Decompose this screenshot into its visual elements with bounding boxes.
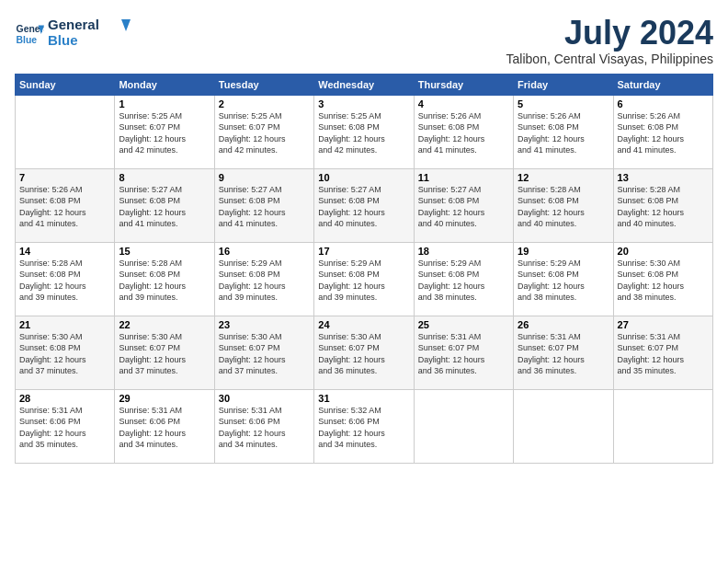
page: General Blue General Blue July 2024 Tali…	[0, 0, 728, 563]
day-number: 9	[219, 172, 310, 183]
calendar-cell: 25Sunrise: 5:31 AM Sunset: 6:07 PM Dayli…	[414, 316, 513, 389]
day-info: Sunrise: 5:31 AM Sunset: 6:06 PM Dayligh…	[119, 405, 210, 451]
day-info: Sunrise: 5:29 AM Sunset: 6:08 PM Dayligh…	[418, 258, 509, 304]
day-number: 11	[418, 172, 509, 183]
day-number: 3	[318, 98, 409, 109]
col-sunday: Sunday	[16, 74, 115, 95]
calendar-cell: 14Sunrise: 5:28 AM Sunset: 6:08 PM Dayli…	[16, 242, 115, 316]
day-number: 26	[518, 319, 609, 330]
calendar-cell	[613, 389, 712, 463]
calendar-cell: 29Sunrise: 5:31 AM Sunset: 6:06 PM Dayli…	[115, 389, 214, 463]
col-wednesday: Wednesday	[314, 74, 414, 95]
calendar-cell: 28Sunrise: 5:31 AM Sunset: 6:06 PM Dayli…	[16, 389, 115, 463]
calendar-cell: 15Sunrise: 5:28 AM Sunset: 6:08 PM Dayli…	[115, 242, 214, 316]
day-number: 31	[318, 393, 409, 404]
calendar-cell: 26Sunrise: 5:31 AM Sunset: 6:07 PM Dayli…	[514, 316, 613, 389]
logo-text: General Blue	[48, 15, 131, 53]
day-info: Sunrise: 5:30 AM Sunset: 6:07 PM Dayligh…	[119, 331, 210, 377]
calendar-row-2: 14Sunrise: 5:28 AM Sunset: 6:08 PM Dayli…	[16, 242, 713, 316]
calendar-cell: 20Sunrise: 5:30 AM Sunset: 6:08 PM Dayli…	[613, 242, 712, 316]
title-area: July 2024 Talibon, Central Visayas, Phil…	[506, 15, 713, 66]
day-info: Sunrise: 5:26 AM Sunset: 6:08 PM Dayligh…	[518, 110, 609, 156]
day-number: 1	[119, 98, 210, 109]
day-info: Sunrise: 5:25 AM Sunset: 6:07 PM Dayligh…	[219, 110, 310, 156]
day-info: Sunrise: 5:31 AM Sunset: 6:07 PM Dayligh…	[618, 331, 709, 377]
day-number: 22	[119, 319, 210, 330]
calendar-row-3: 21Sunrise: 5:30 AM Sunset: 6:08 PM Dayli…	[16, 316, 713, 389]
day-info: Sunrise: 5:32 AM Sunset: 6:06 PM Dayligh…	[318, 405, 409, 451]
day-number: 8	[119, 172, 210, 183]
day-info: Sunrise: 5:27 AM Sunset: 6:08 PM Dayligh…	[119, 184, 210, 230]
day-info: Sunrise: 5:28 AM Sunset: 6:08 PM Dayligh…	[618, 184, 709, 230]
day-info: Sunrise: 5:27 AM Sunset: 6:08 PM Dayligh…	[219, 184, 310, 230]
calendar-cell: 22Sunrise: 5:30 AM Sunset: 6:07 PM Dayli…	[115, 316, 214, 389]
day-number: 15	[119, 246, 210, 257]
calendar-cell: 30Sunrise: 5:31 AM Sunset: 6:06 PM Dayli…	[214, 389, 313, 463]
calendar-cell: 2Sunrise: 5:25 AM Sunset: 6:07 PM Daylig…	[214, 95, 313, 168]
calendar-row-1: 7Sunrise: 5:26 AM Sunset: 6:08 PM Daylig…	[16, 168, 713, 242]
location: Talibon, Central Visayas, Philippines	[506, 52, 713, 66]
calendar-cell: 24Sunrise: 5:30 AM Sunset: 6:07 PM Dayli…	[314, 316, 414, 389]
calendar-cell: 21Sunrise: 5:30 AM Sunset: 6:08 PM Dayli…	[16, 316, 115, 389]
svg-text:Blue: Blue	[48, 32, 78, 48]
calendar-cell: 18Sunrise: 5:29 AM Sunset: 6:08 PM Dayli…	[414, 242, 513, 316]
day-number: 10	[318, 172, 409, 183]
day-info: Sunrise: 5:27 AM Sunset: 6:08 PM Dayligh…	[318, 184, 409, 230]
day-info: Sunrise: 5:30 AM Sunset: 6:08 PM Dayligh…	[19, 331, 110, 377]
day-number: 17	[318, 246, 409, 257]
col-thursday: Thursday	[414, 74, 513, 95]
day-number: 21	[19, 319, 110, 330]
col-friday: Friday	[514, 74, 613, 95]
calendar-table: Sunday Monday Tuesday Wednesday Thursday…	[15, 74, 713, 464]
svg-marker-5	[121, 19, 131, 31]
day-number: 20	[618, 246, 709, 257]
logo: General Blue General Blue	[15, 15, 131, 53]
day-number: 4	[418, 98, 509, 109]
header: General Blue General Blue July 2024 Tali…	[15, 15, 713, 66]
calendar-cell: 7Sunrise: 5:26 AM Sunset: 6:08 PM Daylig…	[16, 168, 115, 242]
svg-text:Blue: Blue	[17, 35, 38, 45]
day-info: Sunrise: 5:30 AM Sunset: 6:08 PM Dayligh…	[618, 258, 709, 304]
calendar-cell: 19Sunrise: 5:29 AM Sunset: 6:08 PM Dayli…	[514, 242, 613, 316]
day-info: Sunrise: 5:28 AM Sunset: 6:08 PM Dayligh…	[518, 184, 609, 230]
calendar-cell: 23Sunrise: 5:30 AM Sunset: 6:07 PM Dayli…	[214, 316, 313, 389]
calendar-cell: 10Sunrise: 5:27 AM Sunset: 6:08 PM Dayli…	[314, 168, 414, 242]
calendar-cell: 5Sunrise: 5:26 AM Sunset: 6:08 PM Daylig…	[514, 95, 613, 168]
calendar-cell	[514, 389, 613, 463]
day-info: Sunrise: 5:29 AM Sunset: 6:08 PM Dayligh…	[518, 258, 609, 304]
day-number: 19	[518, 246, 609, 257]
calendar-cell: 6Sunrise: 5:26 AM Sunset: 6:08 PM Daylig…	[613, 95, 712, 168]
calendar-cell: 16Sunrise: 5:29 AM Sunset: 6:08 PM Dayli…	[214, 242, 313, 316]
day-info: Sunrise: 5:30 AM Sunset: 6:07 PM Dayligh…	[318, 331, 409, 377]
month-title: July 2024	[506, 15, 713, 52]
header-row: Sunday Monday Tuesday Wednesday Thursday…	[16, 74, 713, 95]
day-number: 27	[618, 319, 709, 330]
calendar-cell: 9Sunrise: 5:27 AM Sunset: 6:08 PM Daylig…	[214, 168, 313, 242]
day-info: Sunrise: 5:31 AM Sunset: 6:06 PM Dayligh…	[19, 405, 110, 451]
calendar-cell	[16, 95, 115, 168]
day-info: Sunrise: 5:31 AM Sunset: 6:07 PM Dayligh…	[518, 331, 609, 377]
logo-icon: General Blue	[15, 19, 44, 49]
day-number: 14	[19, 246, 110, 257]
day-info: Sunrise: 5:29 AM Sunset: 6:08 PM Dayligh…	[219, 258, 310, 304]
calendar-cell: 27Sunrise: 5:31 AM Sunset: 6:07 PM Dayli…	[613, 316, 712, 389]
calendar-cell: 1Sunrise: 5:25 AM Sunset: 6:07 PM Daylig…	[115, 95, 214, 168]
calendar-cell: 4Sunrise: 5:26 AM Sunset: 6:08 PM Daylig…	[414, 95, 513, 168]
col-tuesday: Tuesday	[214, 74, 313, 95]
col-saturday: Saturday	[613, 74, 712, 95]
day-number: 2	[219, 98, 310, 109]
day-number: 16	[219, 246, 310, 257]
calendar-cell: 11Sunrise: 5:27 AM Sunset: 6:08 PM Dayli…	[414, 168, 513, 242]
day-number: 23	[219, 319, 310, 330]
day-number: 7	[19, 172, 110, 183]
calendar-cell	[414, 389, 513, 463]
day-number: 28	[19, 393, 110, 404]
calendar-cell: 12Sunrise: 5:28 AM Sunset: 6:08 PM Dayli…	[514, 168, 613, 242]
calendar-body: 1Sunrise: 5:25 AM Sunset: 6:07 PM Daylig…	[16, 95, 713, 463]
svg-text:General: General	[48, 17, 99, 32]
day-number: 24	[318, 319, 409, 330]
day-info: Sunrise: 5:27 AM Sunset: 6:08 PM Dayligh…	[418, 184, 509, 230]
day-number: 25	[418, 319, 509, 330]
day-info: Sunrise: 5:26 AM Sunset: 6:08 PM Dayligh…	[19, 184, 110, 230]
day-info: Sunrise: 5:28 AM Sunset: 6:08 PM Dayligh…	[19, 258, 110, 304]
